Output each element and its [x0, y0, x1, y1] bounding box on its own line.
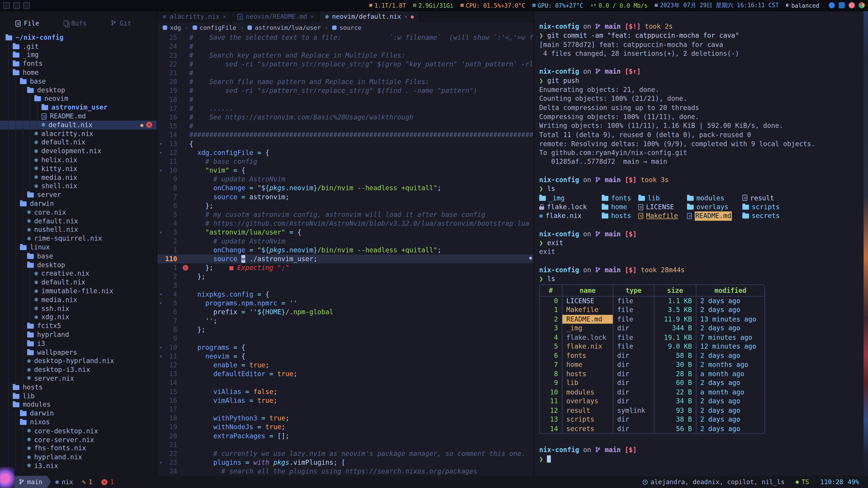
- breadcrumb-item[interactable]: astronvim/lua/user: [248, 24, 321, 31]
- code-line[interactable]: 7 source = astronvim;: [157, 193, 534, 201]
- tree-item[interactable]: ❄shell.nix: [0, 182, 157, 191]
- recording-icon[interactable]: [848, 2, 855, 8]
- close-icon[interactable]: ✕: [310, 14, 313, 19]
- code-line[interactable]: 15#: [157, 122, 534, 131]
- code-line[interactable]: 16# See https://astronvim.com/Basic%20Us…: [157, 113, 534, 122]
- buffer-tab[interactable]: ❄neovim/default.nix✕●: [320, 11, 420, 22]
- tree-item[interactable]: ❄media.nix: [0, 295, 157, 304]
- tree-item[interactable]: ❄core-server.nix: [0, 435, 157, 444]
- window-button-3[interactable]: [23, 2, 30, 8]
- code-line[interactable]: 21#: [157, 69, 534, 77]
- terminal-pane[interactable]: nix-config on main [$!] took 2s❯ git com…: [534, 11, 868, 476]
- code-line[interactable]: ▾11 neovim = {: [157, 352, 534, 361]
- code-line[interactable]: 6 };: [157, 201, 534, 210]
- tree-item[interactable]: ❄creative.nix: [0, 269, 157, 278]
- code-line[interactable]: 2 };: [157, 272, 534, 281]
- tree-item[interactable]: fonts: [0, 59, 157, 68]
- tree-item[interactable]: hosts: [0, 383, 157, 392]
- tree-item[interactable]: base: [0, 77, 157, 86]
- tree-tab-git[interactable]: Git: [111, 20, 131, 27]
- tree-item[interactable]: ❄i3.nix: [0, 462, 157, 470]
- tree-item[interactable]: i3: [0, 339, 157, 348]
- terminal-cursor-line[interactable]: ❯: [539, 455, 868, 464]
- tree-item[interactable]: desktop: [0, 260, 157, 269]
- code-line[interactable]: 22# sed -ri "s/pattern_str/replace_str/g…: [157, 60, 534, 68]
- tree-item[interactable]: lib: [0, 392, 157, 400]
- code-line[interactable]: 8 onChange = "${pkgs.neovim}/bin/nvim --…: [157, 184, 534, 193]
- code-line[interactable]: 4 # https://github.com/AstroNvim/AstroNv…: [157, 219, 534, 228]
- buffer-tab[interactable]: neovim/README.md✕: [232, 11, 319, 22]
- code-line[interactable]: 110 source = ./astronvim_user;: [157, 255, 534, 263]
- tree-item[interactable]: .git: [0, 42, 157, 51]
- code-line[interactable]: 14######################################…: [157, 131, 534, 139]
- code-line[interactable]: 1 onChange = "${pkgs.neovim}/bin/nvim --…: [157, 246, 534, 254]
- tree-item[interactable]: hyprland: [0, 330, 157, 339]
- code-line[interactable]: 9: [157, 334, 534, 343]
- code-line[interactable]: 9 # update AstroNvim: [157, 175, 534, 184]
- tree-item[interactable]: ❄development.nix: [0, 147, 157, 156]
- browser-icon[interactable]: [859, 2, 865, 8]
- tree-item[interactable]: ❄default.nix: [0, 278, 157, 287]
- buffer-tab[interactable]: ❄alacritty.nix✕: [157, 11, 232, 22]
- tree-item[interactable]: linux: [0, 243, 157, 252]
- code-line[interactable]: 1✕ }; ■ Expecting ";": [157, 263, 534, 272]
- tree-item[interactable]: ❄fhs-fonts.nix: [0, 444, 157, 453]
- tree-item[interactable]: neovim: [0, 94, 157, 103]
- tree-item[interactable]: wallpapers: [0, 348, 157, 357]
- code-line[interactable]: 20# Search file name pattern and Replace…: [157, 77, 534, 86]
- tree-item[interactable]: ❄helix.nix: [0, 156, 157, 164]
- code-line[interactable]: 23# Search key pattern and Replace in Mu…: [157, 51, 534, 60]
- code-line[interactable]: 21: [157, 440, 534, 449]
- code-line[interactable]: 24#: [157, 42, 534, 51]
- breadcrumb-item[interactable]: source: [332, 24, 362, 31]
- code-line[interactable]: 16 vimAlias = true;: [157, 396, 534, 405]
- tree-item[interactable]: ❄immutable-file.nix: [0, 287, 157, 295]
- tree-item[interactable]: ❄alacritty.nix: [0, 129, 157, 138]
- vscode-icon[interactable]: [839, 2, 845, 8]
- tree-item[interactable]: ❄desktop-hyprland.nix: [0, 357, 157, 365]
- code-line[interactable]: 7 '';: [157, 317, 534, 325]
- code-line[interactable]: 17# ......: [157, 104, 534, 113]
- breadcrumb-item[interactable]: xdg: [163, 24, 181, 31]
- code-line[interactable]: ▾23 plugins = with pkgs.vimPlugins; [: [157, 458, 534, 467]
- tree-item[interactable]: home: [0, 68, 157, 77]
- statusline-git-branch[interactable]: main: [14, 476, 47, 488]
- tree-item[interactable]: ❄nushell.nix: [0, 225, 157, 234]
- tree-item[interactable]: astronvim_user: [0, 103, 157, 112]
- tree-item[interactable]: _img: [0, 51, 157, 59]
- tree-item[interactable]: ❄core-desktop.nix: [0, 427, 157, 435]
- scrollbar-cursor-marker[interactable]: [529, 257, 532, 259]
- tree-item[interactable]: ❄ssh.nix: [0, 304, 157, 313]
- window-button-2[interactable]: [13, 2, 20, 8]
- tree-item[interactable]: server: [0, 191, 157, 199]
- tree-item[interactable]: modules: [0, 400, 157, 409]
- tree-item[interactable]: ❄hyprland.nix: [0, 453, 157, 462]
- close-icon[interactable]: ✕: [404, 14, 407, 19]
- code-line[interactable]: 17: [157, 405, 534, 414]
- code-line[interactable]: ▾10 "nvim" = {: [157, 166, 534, 175]
- code-line[interactable]: 5 # my cusotm astronvim config, astronvi…: [157, 210, 534, 219]
- window-button-1[interactable]: [3, 2, 10, 8]
- code-line[interactable]: ▾10 programs = {: [157, 343, 534, 352]
- code-line[interactable]: 20 extraPackages = [];: [157, 431, 534, 440]
- code-line[interactable]: 13 defaultEditor = true;: [157, 369, 534, 379]
- breadcrumb-item[interactable]: configFile: [192, 24, 236, 31]
- code-line[interactable]: 8 };: [157, 325, 534, 334]
- code-line[interactable]: 22 # currently we use lazy.nvim as neovi…: [157, 449, 534, 458]
- tree-item[interactable]: ❄server.nix: [0, 374, 157, 383]
- code-line[interactable]: 12 enable = true;: [157, 361, 534, 369]
- code-line[interactable]: 24 # search all the plugins using https:…: [157, 467, 534, 476]
- tree-item[interactable]: fcitx5: [0, 322, 157, 330]
- code-line[interactable]: 3: [157, 281, 534, 290]
- code-line[interactable]: 11 # base config: [157, 157, 534, 166]
- tree-item[interactable]: ❄media.nix: [0, 173, 157, 182]
- tree-item[interactable]: ~/nix-config: [0, 33, 157, 42]
- tree-item[interactable]: ❄desktop-i3.nix: [0, 365, 157, 374]
- tree-item[interactable]: nixos: [0, 418, 157, 427]
- tree-item[interactable]: darwin: [0, 409, 157, 418]
- tree-tab-bufs[interactable]: Bufs: [64, 20, 87, 27]
- code-line[interactable]: ▾13{: [157, 139, 534, 148]
- code-line[interactable]: 6 prefix = ''${HOME}/.npm-global: [157, 308, 534, 317]
- code-line[interactable]: ▾12 xdg.configFile = {: [157, 148, 534, 157]
- code-line[interactable]: 19 withNodeJs = true;: [157, 423, 534, 431]
